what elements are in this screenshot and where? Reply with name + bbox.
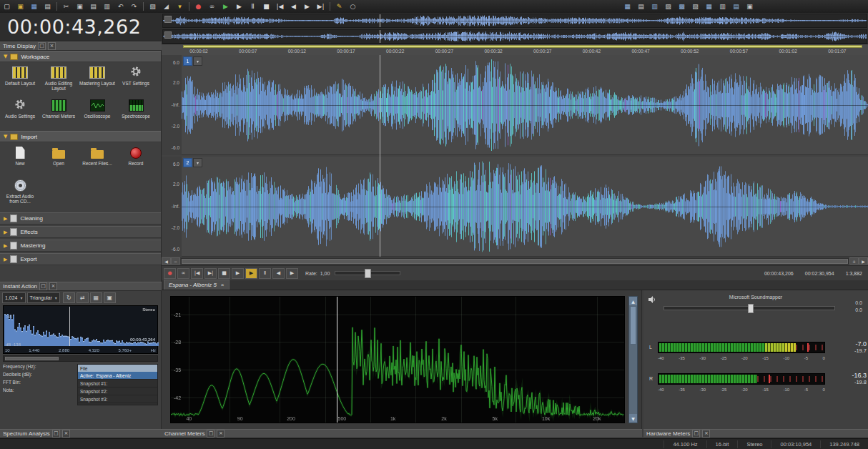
waveform-canvas-2[interactable] [182, 157, 868, 257]
mix-icon[interactable]: ▧ [147, 1, 159, 12]
scrollbar-track[interactable] [181, 258, 849, 265]
channel-options-icon[interactable] [164, 31, 172, 39]
float-panel-icon[interactable]: □ [38, 42, 46, 50]
timeline-ruler[interactable]: 00:00:0200:00:0700:00:1200:00:1700:00:22… [162, 44, 868, 56]
channel-meters-titlebar[interactable]: Channel Meters □ × [162, 429, 642, 438]
channel-meters-window-icon[interactable]: ▥ [716, 1, 729, 12]
hold-icon[interactable]: ▣ [104, 292, 116, 303]
spectrum-analysis-window-icon[interactable]: ▦ [703, 1, 715, 12]
import-section-header[interactable]: ▼ Import [0, 131, 161, 142]
cut-icon[interactable]: ✂ [60, 1, 72, 12]
float-panel-icon[interactable]: □ [207, 430, 214, 438]
forward-button[interactable]: ▶ [286, 268, 298, 279]
scrollbar-thumb[interactable] [182, 259, 848, 264]
trim-icon[interactable]: ▥ [101, 1, 113, 12]
waveform-area-1[interactable]: 1 ▾ [182, 55, 868, 155]
scroll-down-icon[interactable]: ▼ [629, 414, 637, 423]
zoom-out-icon[interactable]: − [171, 257, 180, 265]
section-export[interactable]: ▶Export [0, 253, 161, 265]
scroll-right-icon[interactable]: ▶ [859, 257, 868, 265]
instant-action-titlebar[interactable]: Instant Action □ × [0, 282, 162, 291]
go-to-end-button[interactable]: ▶| [204, 268, 217, 279]
spectrum-mini-display[interactable]: -48 Stereo dB -138 00:00:43,264 101,4402… [3, 305, 158, 354]
horizontal-scrollbar[interactable]: ◀ − + ▶ [162, 257, 868, 265]
overview-strip-left[interactable] [162, 14, 867, 28]
go-to-end-icon[interactable]: ▶| [315, 1, 327, 12]
refresh-icon[interactable]: ↻ [63, 292, 75, 303]
close-panel-icon[interactable]: × [217, 430, 225, 438]
play-all-icon[interactable]: ▶ [220, 1, 232, 12]
table-row[interactable]: Active:Espana - Albeniz [78, 372, 157, 380]
import-item-record[interactable]: Record [117, 144, 155, 177]
sync-icon[interactable]: ⇄ [77, 292, 89, 303]
play-device-button[interactable]: ▶ [245, 268, 257, 279]
scrollbar-thumb[interactable] [630, 306, 636, 345]
record-icon[interactable]: ● [192, 1, 204, 12]
channel-menu-icon[interactable]: ▾ [193, 158, 202, 167]
media-manager-window-icon[interactable]: ▨ [662, 1, 674, 12]
rate-slider-thumb[interactable] [365, 269, 371, 278]
float-panel-icon[interactable]: □ [39, 282, 47, 290]
scrollbar-thumb[interactable] [5, 357, 59, 360]
gain-slider-thumb[interactable] [748, 304, 754, 313]
grid-icon[interactable]: ▦ [90, 292, 102, 303]
float-panel-icon[interactable]: □ [692, 430, 700, 438]
video-preview-window-icon[interactable]: ▥ [648, 1, 661, 12]
channel-number-badge[interactable]: 1 [183, 56, 192, 66]
explorer-window-icon[interactable]: ▦ [621, 1, 633, 12]
overview-strip-right[interactable] [162, 29, 867, 44]
save-icon[interactable]: ▦ [28, 1, 40, 12]
new-file-icon[interactable]: ▢ [1, 1, 13, 12]
rate-slider[interactable] [335, 271, 400, 275]
scroll-up-icon[interactable]: ▲ [629, 297, 637, 305]
magnify-tool-icon[interactable]: ○ [347, 1, 359, 12]
document-tab[interactable]: Espana - Albeniz 5 × [164, 280, 230, 290]
copy-icon[interactable]: ▣ [74, 1, 86, 12]
import-item-open[interactable]: Open [39, 144, 78, 177]
import-item-recent-files[interactable]: Recent Files... [78, 144, 117, 177]
expand-icon[interactable]: ▶ [4, 216, 7, 222]
record-button[interactable]: ● [164, 268, 176, 279]
plugin-manager-window-icon[interactable]: ▩ [676, 1, 688, 12]
close-panel-icon[interactable]: × [62, 430, 70, 438]
import-item-new[interactable]: New [1, 144, 39, 177]
hardware-meters-titlebar[interactable]: Hardware Meters □ × [643, 429, 868, 438]
time-display-titlebar[interactable]: Time Display □ × [0, 41, 162, 51]
instant-action-window-icon[interactable]: ▣ [744, 1, 756, 12]
fade-icon[interactable]: ◢ [160, 1, 172, 12]
loop-playback-button[interactable]: ∞ [177, 268, 189, 279]
play-icon[interactable]: ▶ [233, 1, 245, 12]
stop-icon[interactable]: ■ [260, 1, 272, 12]
spectrum-analysis-titlebar[interactable]: Spectrum Analysis □ × [0, 429, 162, 438]
workspace-item-default-layout[interactable]: Default Layout [1, 64, 39, 97]
table-row[interactable]: Snapshot #4: [78, 403, 157, 405]
expand-icon[interactable]: ▶ [4, 230, 7, 235]
paste-icon[interactable]: ▤ [87, 1, 99, 12]
undo-history-window-icon[interactable]: ▧ [689, 1, 701, 12]
workspace-item-oscilloscope[interactable]: Oscilloscope [78, 97, 117, 129]
waveform-canvas-1[interactable] [182, 55, 868, 155]
workspace-item-audio-editing-layout[interactable]: Audio Editing Layout [39, 64, 78, 97]
expand-icon[interactable]: ▶ [4, 257, 7, 262]
pause-button[interactable]: Ⅱ [259, 268, 271, 279]
marker-icon[interactable]: ▾ [174, 1, 186, 12]
edit-tool-icon[interactable]: ✎ [333, 1, 345, 12]
workspace-item-mastering-layout[interactable]: Mastering Layout [78, 64, 117, 97]
collapse-icon[interactable]: ▼ [4, 134, 7, 139]
table-row[interactable]: Snapshot #3: [78, 395, 157, 403]
window-type-select[interactable]: Triangular ▾ [27, 292, 60, 303]
section-cleaning[interactable]: ▶Cleaning [0, 212, 161, 224]
overview-wave-canvas[interactable] [163, 14, 867, 27]
rewind-button[interactable]: ◀ [272, 268, 285, 279]
close-panel-icon[interactable]: × [48, 42, 56, 50]
overview-wave-canvas[interactable] [163, 30, 867, 43]
workspace-item-channel-meters[interactable]: Channel Meters [39, 97, 78, 129]
workspace-item-spectroscope[interactable]: Spectroscope [117, 97, 155, 129]
redo-icon[interactable]: ↷ [128, 1, 140, 12]
zoom-in-icon[interactable]: + [849, 257, 859, 265]
section-effects[interactable]: ▶Effects [0, 226, 161, 238]
time-display-window-icon[interactable]: ▤ [635, 1, 647, 12]
close-panel-icon[interactable]: × [702, 430, 710, 438]
table-row[interactable]: Snapshot #1: [78, 380, 157, 388]
table-row[interactable]: Snapshot #2: [78, 388, 157, 395]
